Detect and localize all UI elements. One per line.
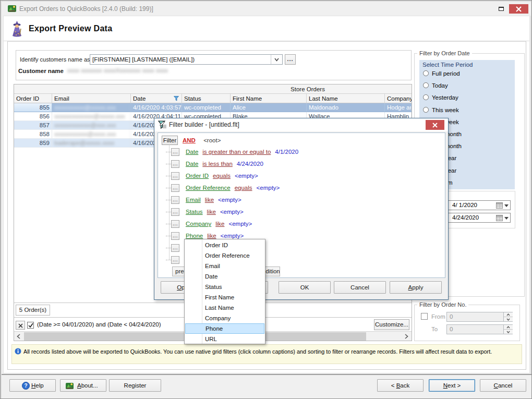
radio-circle[interactable] [423, 94, 429, 100]
condition-operator[interactable]: is less than [202, 158, 233, 170]
close-filter-icon [18, 323, 23, 328]
menu-item-first-name[interactable]: First Name [185, 292, 264, 303]
filter-close-button[interactable] [16, 321, 25, 330]
close-button[interactable] [509, 4, 528, 14]
condition-menu-button[interactable]: ... [171, 208, 179, 216]
condition-menu-button[interactable]: ... [171, 196, 179, 204]
column-header-company[interactable]: Company [385, 94, 412, 103]
name-format-combobox[interactable]: [FIRSTNAME] [LASTNAME] ([EMAIL]) [90, 54, 283, 65]
order-no-from-checkbox[interactable] [421, 313, 428, 320]
register-button[interactable]: Register [109, 379, 161, 392]
dropdown-arrow-icon[interactable] [504, 217, 509, 222]
spinner-buttons[interactable] [503, 325, 512, 334]
next-button[interactable]: Next > [429, 379, 475, 392]
condition-value[interactable]: <empty> [235, 170, 258, 182]
condition-field[interactable]: Date [186, 158, 198, 170]
grid-band-header: Store Orders [14, 84, 412, 94]
condition-field[interactable]: Email [186, 194, 201, 206]
condition-operator[interactable]: equals [213, 170, 231, 182]
condition-operator[interactable]: is greater than or equal to [202, 146, 271, 158]
column-header-order-id[interactable]: Order ID [14, 94, 52, 103]
chevron-right-icon [405, 334, 408, 339]
about-button[interactable]: About... [60, 379, 106, 392]
condition-menu-button[interactable]: ... [171, 256, 179, 264]
scroll-right-arrow[interactable] [402, 332, 412, 341]
cancel-button[interactable]: Cancel [480, 379, 526, 392]
condition-operator[interactable]: like [207, 206, 216, 218]
condition-value[interactable]: <empty> [257, 182, 280, 194]
condition-value[interactable]: 4/1/2020 [275, 146, 298, 158]
condition-menu-button[interactable]: ... [171, 172, 179, 180]
condition-operator[interactable]: like [205, 194, 214, 206]
menu-item-phone[interactable]: Phone [185, 323, 264, 334]
radio-option-full-period[interactable]: Full period [421, 68, 513, 80]
condition-field[interactable]: Order Reference [186, 182, 231, 194]
radio-option-today[interactable]: Today [421, 80, 513, 92]
column-header-status[interactable]: Status [182, 94, 231, 103]
condition-field[interactable]: Order ID [186, 170, 209, 182]
menu-item-last-name[interactable]: Last Name [185, 303, 264, 313]
dialog-cancel-button[interactable]: Cancel [334, 281, 386, 294]
scroll-left-arrow[interactable] [14, 332, 23, 341]
filter-condition-row: ...Dateis less than4/24/2020 [158, 158, 445, 170]
order-no-from-spinner[interactable]: 0 [446, 312, 513, 322]
filter-enabled-checkbox[interactable] [27, 322, 34, 329]
filter-funnel-icon[interactable] [174, 96, 179, 101]
condition-menu-button[interactable]: ... [171, 160, 179, 168]
radio-circle[interactable] [423, 70, 429, 76]
menu-item-company[interactable]: Company [185, 313, 264, 323]
calendar-icon [496, 214, 503, 221]
spin-up-button[interactable] [504, 325, 513, 330]
condition-operator[interactable]: like [215, 218, 224, 230]
condition-field[interactable]: Date [186, 146, 198, 158]
column-header-first-name[interactable]: First Name [231, 94, 307, 103]
condition-menu-button[interactable]: ... [171, 148, 179, 156]
column-header-last-name[interactable]: Last Name [307, 94, 385, 103]
about-label: About... [77, 380, 98, 391]
back-button[interactable]: < Back [377, 379, 424, 392]
customize-button[interactable]: Customize... [374, 319, 409, 330]
spin-down-button[interactable] [504, 317, 513, 321]
order-no-to-spinner[interactable]: 0 [446, 324, 513, 334]
condition-value[interactable]: 4/24/2020 [237, 158, 263, 170]
filter-node-button[interactable]: Filter [162, 136, 178, 145]
menu-item-status[interactable]: Status [185, 282, 264, 292]
combobox-dropdown-button[interactable] [271, 55, 282, 64]
dialog-close-button[interactable] [426, 120, 444, 130]
radio-option-this-week[interactable]: This week [421, 104, 513, 116]
condition-operator[interactable]: equals [235, 182, 252, 194]
menu-item-email[interactable]: Email [185, 261, 264, 271]
ok-button[interactable]: OK [279, 281, 331, 294]
condition-field[interactable]: Status [186, 206, 203, 218]
group-operator[interactable]: AND [183, 137, 196, 143]
condition-menu-button[interactable]: ... [171, 232, 179, 240]
date-to-picker[interactable]: 4/24/2020 [448, 213, 511, 223]
spin-up-button[interactable] [504, 312, 513, 317]
active-filter-text: (Date >= 04/01/2020) and (Date < 04/24/2… [37, 318, 161, 332]
spin-down-button[interactable] [504, 330, 513, 334]
help-button[interactable]: ? Help [9, 379, 56, 392]
column-header-email[interactable]: Email [52, 94, 131, 103]
menu-item-order-id[interactable]: Order ID [185, 240, 264, 250]
dropdown-arrow-icon[interactable] [504, 204, 509, 209]
apply-button[interactable]: Apply [390, 281, 442, 294]
menu-item-order-reference[interactable]: Order Reference [185, 250, 264, 261]
spinner-buttons[interactable] [503, 312, 512, 321]
name-format-ellipsis-button[interactable]: ... [285, 54, 296, 65]
condition-menu-button[interactable]: ... [171, 184, 179, 192]
grid-row-855[interactable]: 855xxxxxxxxxx@xxxxx.xxx4/16/2020 4:03:57… [14, 103, 412, 112]
condition-value[interactable]: <empty> [228, 218, 252, 230]
condition-value[interactable]: <empty> [220, 206, 244, 218]
radio-circle[interactable] [423, 107, 429, 113]
radio-option-yesterday[interactable]: Yesterday [421, 92, 513, 104]
minimize-button[interactable] [498, 6, 505, 11]
condition-value[interactable]: <empty> [218, 194, 241, 206]
date-from-picker[interactable]: 4/ 1/2020 [448, 200, 511, 210]
condition-field[interactable]: Company [186, 218, 211, 230]
menu-item-date[interactable]: Date [185, 271, 264, 282]
menu-item-url[interactable]: URL [185, 334, 264, 344]
condition-menu-button[interactable]: ... [171, 244, 179, 252]
radio-circle[interactable] [423, 82, 429, 88]
column-header-date[interactable]: Date [131, 94, 182, 103]
condition-menu-button[interactable]: ... [171, 220, 179, 228]
